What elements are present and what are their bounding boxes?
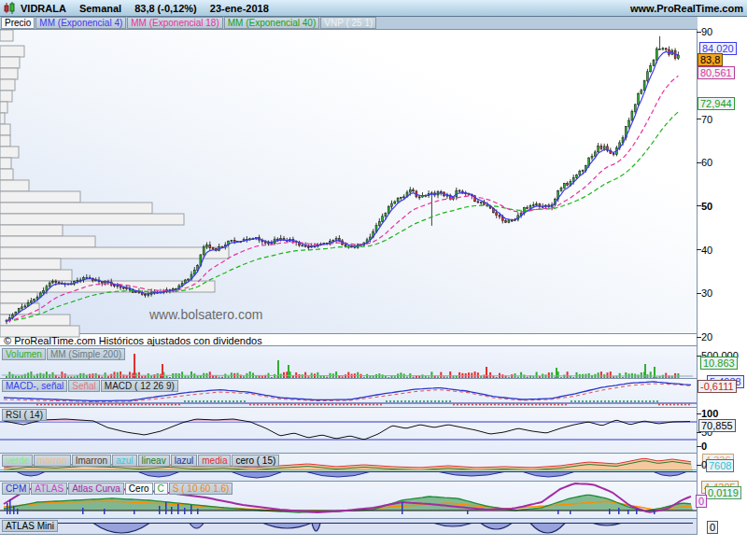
site-label: www.ProRealTime.com [630, 3, 747, 14]
macd-hist-value-box: -0,6111 [698, 380, 737, 393]
legend-chip-cero15[interactable]: cero ( 15) [232, 455, 279, 467]
legend-chip-lazul[interactable]: lazul [171, 455, 198, 467]
ema40-value-box: 72,944 [698, 97, 735, 110]
legend-chip-azul[interactable]: azul [112, 455, 136, 467]
axis-tick-label: 30 [701, 287, 712, 299]
symbol-name: VIDRALA [21, 3, 66, 14]
ema18-value-box: 80,561 [698, 66, 735, 79]
legend-chip-marron[interactable]: marron [34, 455, 71, 467]
c-green-value-box: 0,0119 [705, 486, 741, 499]
macd-legend: MACD-, señal Señal MACD ( 12 26 9) [2, 380, 178, 392]
legend-chip-imarron[interactable]: Imarron [72, 455, 111, 467]
title-bar: VIDRALA Semanal 83,8 (-0,12%) 23-ene-201… [0, 0, 747, 17]
legend-chip-atlas-curva[interactable]: Atlas Curva [68, 483, 124, 495]
atlas-mini-value-box: 0 [707, 521, 718, 534]
axis-tick-label: 100 [701, 408, 718, 419]
custom-indicator-legend: verde marron Imarron azul lineav lazul m… [2, 455, 279, 467]
atlas-zero-value-box: 0 [696, 495, 707, 508]
atlas-mini-legend: ATLAS Mini [2, 520, 58, 532]
legend-chip-macd-senal[interactable]: MACD-, señal [2, 380, 67, 392]
prorealtime-chart-window: www.bolsatero.com VIDRALA Semanal 83,8 (… [0, 0, 747, 560]
legend-chip-vnp[interactable]: VNP ( 25 1) [320, 17, 376, 29]
axis-tick-label: 40 [701, 245, 712, 256]
axis-tick-label: 60 [701, 157, 712, 168]
main-legend-bar: Precio MM (Exponencial 4) MM (Exponencia… [0, 17, 698, 30]
candlestick-icon [4, 2, 16, 14]
legend-chip-macd[interactable]: MACD ( 12 26 9) [101, 380, 178, 392]
rsi-value-box: 70,855 [698, 419, 736, 432]
volume-value-box: 10.863 [700, 357, 738, 370]
legend-chip-senal[interactable]: Señal [68, 380, 100, 392]
quote-date: 23-ene-2018 [210, 3, 269, 14]
legend-chip-volumen[interactable]: Volumen [2, 348, 46, 360]
timeframe-label[interactable]: Semanal [79, 3, 121, 14]
chart-canvas[interactable] [0, 0, 747, 560]
legend-chip-verde[interactable]: verde [2, 455, 33, 467]
axis-tick-label: 70 [701, 114, 712, 125]
axis-tick-label: 90 [701, 26, 712, 37]
title-left: VIDRALA Semanal 83,8 (-0,12%) 23-ene-201… [0, 2, 630, 14]
last-quote: 83,8 (-0,12%) [134, 3, 197, 14]
legend-chip-precio[interactable]: Precio [1, 17, 35, 29]
last-price-box: 83,8 [698, 53, 723, 66]
copyright-text: © ProRealTime.com Históricos ajustados c… [4, 335, 262, 346]
axis-tick-label: 0 [701, 441, 707, 452]
axis-tick-label: 20 [701, 331, 712, 343]
axis-tick-label: 50 [701, 201, 712, 212]
legend-chip-s[interactable]: S ( 10 60 1.6) [169, 483, 233, 495]
legend-chip-cero[interactable]: Cero [125, 483, 153, 495]
cpm-atlas-legend: CPM ATLAS Atlas Curva Cero C S ( 10 60 1… [2, 483, 233, 495]
azul-value-box: 7608 [706, 459, 734, 472]
axis-tick-label: 0 [701, 459, 707, 470]
rsi-legend: RSI ( 14) [2, 409, 47, 421]
legend-chip-c[interactable]: C [154, 483, 168, 495]
legend-chip-lineav[interactable]: lineav [138, 455, 170, 467]
legend-chip-atlas[interactable]: ATLAS [31, 483, 67, 495]
volume-legend: Volumen MM (Simple 200) [2, 348, 125, 360]
legend-chip-ema4[interactable]: MM (Exponencial 4) [35, 17, 126, 29]
legend-chip-ema40[interactable]: MM (Exponencial 40) [224, 17, 319, 29]
legend-chip-rsi[interactable]: RSI ( 14) [2, 409, 47, 421]
legend-chip-vol-ma[interactable]: MM (Simple 200) [47, 348, 125, 360]
legend-chip-media[interactable]: media [198, 455, 231, 467]
legend-chip-atlas-mini[interactable]: ATLAS Mini [2, 520, 58, 532]
legend-chip-cpm[interactable]: CPM [2, 483, 30, 495]
legend-chip-ema18[interactable]: MM (Exponencial 18) [127, 17, 222, 29]
